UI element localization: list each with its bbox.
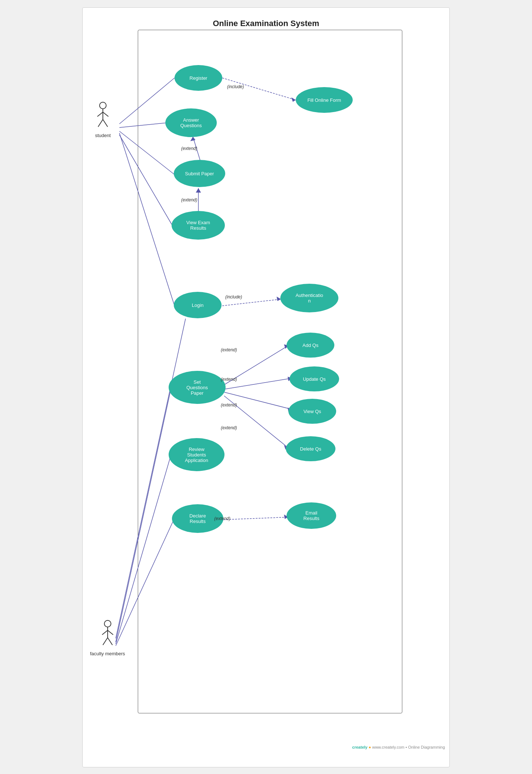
svg-point-33 <box>104 620 111 627</box>
svg-line-0 <box>119 78 175 124</box>
actor-faculty: faculty members <box>90 620 125 656</box>
label-extend5: (extend) <box>221 402 237 408</box>
usecase-review-students-app: Review Students Application <box>169 438 224 471</box>
svg-line-36 <box>108 630 113 635</box>
label-include1: (include) <box>227 84 244 89</box>
label-extend4: (extend) <box>221 377 237 382</box>
usecase-delete-qs: Delete Qs <box>286 436 335 461</box>
page-container: Online Examination System <box>82 7 450 767</box>
svg-line-15 <box>116 455 171 644</box>
svg-marker-10 <box>196 188 201 193</box>
svg-line-25 <box>223 517 288 520</box>
svg-marker-8 <box>190 137 195 141</box>
usecase-fill-online-form: Fill Online Form <box>296 87 353 113</box>
label-extend3: (extend) <box>221 347 237 352</box>
svg-line-35 <box>102 630 108 635</box>
label-extend6: (extend) <box>221 425 237 430</box>
usecase-update-qs: Update Qs <box>290 366 339 391</box>
student-figure <box>94 102 112 131</box>
student-label: student <box>95 133 111 138</box>
usecase-add-qs: Add Qs <box>287 333 334 358</box>
usecase-authentication: Authenticatio n <box>280 284 338 312</box>
label-include2: (include) <box>225 294 242 300</box>
svg-line-14 <box>116 389 171 642</box>
usecase-set-questions-paper: Set Questions Paper <box>169 371 226 404</box>
svg-line-29 <box>97 112 103 117</box>
svg-line-1 <box>119 123 167 128</box>
svg-line-30 <box>103 112 108 117</box>
usecase-submit-paper: Submit Paper <box>174 160 225 187</box>
svg-marker-6 <box>291 97 296 102</box>
svg-line-3 <box>119 135 173 226</box>
label-extend2: (extend) <box>181 197 197 203</box>
svg-line-4 <box>119 133 175 306</box>
faculty-label: faculty members <box>90 651 125 656</box>
svg-line-32 <box>103 119 108 127</box>
watermark: creately ● www.creately.com • Online Dia… <box>352 745 445 749</box>
svg-line-38 <box>108 638 112 645</box>
label-extend7: (extend) <box>214 516 230 521</box>
diagram-lines <box>83 36 449 752</box>
usecase-view-exam-results: View Exam Results <box>172 211 225 240</box>
diagram-area: student faculty members Register Fill On… <box>83 36 449 752</box>
usecase-email-results: Email Results <box>287 502 336 529</box>
svg-line-37 <box>103 638 108 645</box>
svg-line-13 <box>116 319 186 638</box>
label-extend1: (extend) <box>181 146 197 151</box>
usecase-answer-questions: Answer Questions <box>165 108 217 137</box>
svg-line-31 <box>98 119 103 127</box>
actor-student: student <box>94 102 112 138</box>
svg-line-11 <box>222 299 281 306</box>
svg-point-27 <box>100 102 106 109</box>
svg-line-2 <box>119 131 175 175</box>
faculty-figure <box>98 620 117 649</box>
usecase-view-qs: View Qs <box>288 399 336 424</box>
usecase-login: Login <box>174 292 222 318</box>
usecase-register: Register <box>175 65 222 91</box>
